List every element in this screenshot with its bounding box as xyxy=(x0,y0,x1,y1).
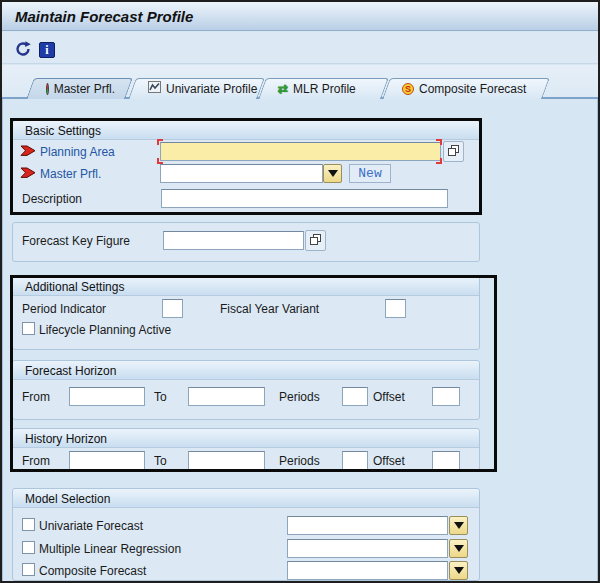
tab-mlr-profile[interactable]: ⇄ MLR Profile xyxy=(262,78,385,99)
tab-label: MLR Profile xyxy=(293,82,356,96)
refresh-icon xyxy=(14,40,32,61)
hh-periods-input[interactable] xyxy=(342,451,368,470)
hh-from-input[interactable] xyxy=(69,451,145,470)
composite-forecast-checkbox[interactable] xyxy=(22,563,35,576)
chevron-down-icon xyxy=(454,567,464,574)
univariate-forecast-dropdown-button[interactable] xyxy=(449,516,468,535)
mlr-input[interactable] xyxy=(287,539,448,558)
tab-label: Master Prfl. xyxy=(54,82,115,96)
sum-circle-icon: S xyxy=(402,83,414,95)
info-button[interactable]: i xyxy=(37,40,57,60)
tab-strip: Master Prfl. Univariate Profile ⇄ MLR Pr… xyxy=(2,65,598,99)
fh-offset-input[interactable] xyxy=(432,387,460,406)
refresh-button[interactable] xyxy=(13,40,33,60)
chevron-down-icon xyxy=(328,170,338,177)
tab-univariate-profile[interactable]: Univariate Profile xyxy=(132,78,261,99)
planning-area-value-help-button[interactable] xyxy=(443,141,464,162)
tab-label: Composite Forecast xyxy=(419,82,526,96)
sap-window: Maintain Forecast Profile i Master Prfl. xyxy=(0,0,600,583)
fh-periods-input[interactable] xyxy=(342,387,368,406)
fh-from-label: From xyxy=(22,390,50,404)
history-horizon-header: History Horizon xyxy=(13,429,479,448)
new-button[interactable]: New xyxy=(349,164,391,183)
required-arrow-icon xyxy=(20,145,36,157)
tab-composite-forecast[interactable]: S Composite Forecast xyxy=(386,78,546,99)
hh-to-input[interactable] xyxy=(188,451,265,470)
lifecycle-planning-label: Lifecycle Planning Active xyxy=(39,323,171,337)
univariate-forecast-label: Univariate Forecast xyxy=(39,519,143,533)
composite-forecast-dropdown-button[interactable] xyxy=(449,561,468,580)
required-arrow-icon xyxy=(20,167,36,179)
planning-area-input[interactable] xyxy=(160,142,441,161)
mlr-dropdown-button[interactable] xyxy=(449,539,468,558)
focus-corner xyxy=(157,139,163,145)
forecast-key-figure-label: Forecast Key Figure xyxy=(22,234,130,248)
period-indicator-label: Period Indicator xyxy=(22,302,106,316)
hh-periods-label: Periods xyxy=(279,454,320,468)
focus-corner xyxy=(157,158,163,164)
possible-entries-icon xyxy=(309,233,322,249)
green-swap-arrows-icon: ⇄ xyxy=(278,83,288,95)
hh-offset-label: Offset xyxy=(373,454,405,468)
focus-corner xyxy=(436,158,442,164)
tab-master-prfl[interactable]: Master Prfl. xyxy=(30,78,129,99)
page-title: Maintain Forecast Profile xyxy=(15,8,193,25)
lifecycle-planning-checkbox[interactable] xyxy=(22,322,35,335)
pie-chart-icon xyxy=(46,83,49,95)
planning-area-label: Planning Area xyxy=(40,145,115,159)
fh-periods-label: Periods xyxy=(279,390,320,404)
univariate-forecast-input[interactable] xyxy=(287,516,448,535)
info-icon: i xyxy=(39,42,55,58)
possible-entries-icon xyxy=(447,144,460,160)
fiscal-year-variant-input[interactable] xyxy=(385,299,406,318)
forecast-key-figure-input[interactable] xyxy=(163,231,304,250)
forecast-key-figure-value-help-button[interactable] xyxy=(305,230,326,251)
fh-to-label: To xyxy=(154,390,167,404)
description-input[interactable] xyxy=(161,189,448,208)
mlr-label: Multiple Linear Regression xyxy=(39,542,181,556)
model-selection-header: Model Selection xyxy=(13,489,479,508)
period-indicator-input[interactable] xyxy=(162,299,183,318)
mlr-checkbox[interactable] xyxy=(22,541,35,554)
composite-forecast-label: Composite Forecast xyxy=(39,564,146,578)
fiscal-year-variant-label: Fiscal Year Variant xyxy=(220,302,319,316)
master-prfl-dropdown-button[interactable] xyxy=(323,164,342,183)
chevron-down-icon xyxy=(454,545,464,552)
hh-from-label: From xyxy=(22,454,50,468)
tab-label: Univariate Profile xyxy=(166,82,257,96)
forecast-horizon-header: Forecast Horizon xyxy=(13,361,479,380)
fh-to-input[interactable] xyxy=(188,387,265,406)
description-label: Description xyxy=(22,192,82,206)
line-chart-icon xyxy=(148,81,161,96)
hh-to-label: To xyxy=(154,454,167,468)
fh-offset-label: Offset xyxy=(373,390,405,404)
master-prfl-label: Master Prfl. xyxy=(40,167,101,181)
additional-settings-header: Additional Settings xyxy=(13,277,479,296)
fh-from-input[interactable] xyxy=(69,387,145,406)
title-bar: Maintain Forecast Profile xyxy=(2,2,598,31)
master-prfl-input[interactable] xyxy=(160,164,323,183)
composite-forecast-input[interactable] xyxy=(287,561,448,580)
basic-settings-header: Basic Settings xyxy=(13,121,479,140)
chevron-down-icon xyxy=(454,522,464,529)
univariate-forecast-checkbox[interactable] xyxy=(22,518,35,531)
application-toolbar: i xyxy=(2,32,598,64)
focus-corner xyxy=(436,139,442,145)
hh-offset-input[interactable] xyxy=(432,451,460,470)
